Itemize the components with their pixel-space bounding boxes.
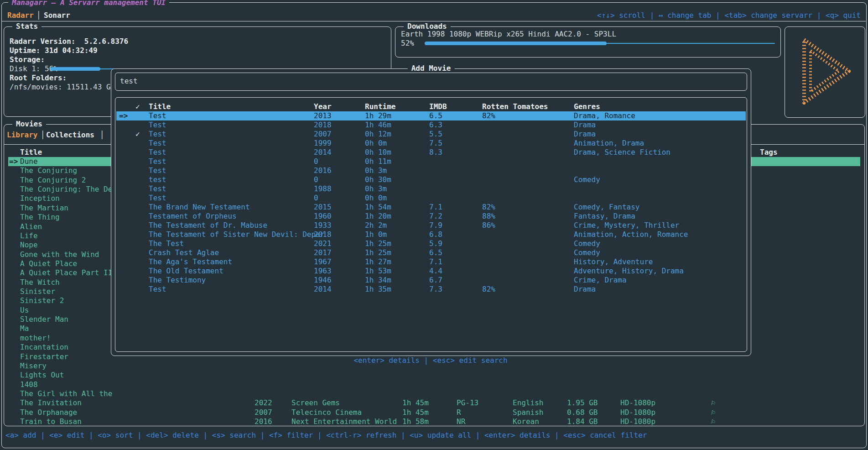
result-title: The Test	[149, 239, 184, 248]
search-result-row[interactable]: The Testimony 1946 1h 34m 6.7 Crime, Dra…	[116, 276, 746, 285]
search-result-row[interactable]: Testament of Orpheus 1960 1h 20m 7.2 88%…	[116, 212, 746, 221]
result-title: test	[149, 175, 166, 184]
tab-sonarr[interactable]: Sonarr	[44, 11, 70, 20]
search-result-row[interactable]: Test 2014 1h 35m 7.3 82% Drama	[116, 285, 746, 294]
search-result-row[interactable]: Test 2018 1h 46m 6.3 Drama	[116, 120, 746, 130]
search-result-row[interactable]: Test 1999 0h 0m 7.5 Animation, Drama	[116, 139, 746, 148]
top-help-text: <↑↓> scroll | ↔ change tab | <tab> chang…	[597, 11, 861, 20]
search-result-row[interactable]: The Brand New Testament 2015 1h 54m 7.1 …	[116, 203, 746, 212]
result-year: 2018	[314, 230, 332, 239]
result-title: Test	[149, 166, 166, 175]
result-runtime: 1h 53m	[365, 267, 391, 276]
in-library-check-icon: ✓	[135, 130, 140, 139]
result-year: 2014	[314, 285, 332, 294]
result-genres: Drama	[574, 120, 596, 130]
result-genres: History, Adventure	[574, 257, 653, 267]
result-year: 1933	[314, 221, 332, 230]
movie-title: The Invitation	[20, 398, 82, 408]
movie-title: Sinister 2	[20, 296, 64, 305]
result-runtime: 1h 25m	[365, 239, 391, 248]
movies-tab-library[interactable]: Library	[7, 131, 37, 140]
result-runtime: 1h 54m	[365, 203, 391, 212]
logo-panel	[785, 26, 865, 118]
result-genres: Fantasy, Drama	[574, 212, 635, 221]
movie-list-row[interactable]: The Invitation 2022 Screen Gems 1h 45m P…	[8, 398, 860, 408]
movie-list-row[interactable]: The Orphanage 2007 Telecinco Cinema 1h 4…	[8, 408, 860, 417]
search-result-row[interactable]: => Test 2013 1h 29m 6.5 82% Drama, Roman…	[116, 111, 746, 120]
downloads-panel: Downloads Earth 1998 1080p WEBRip x265 H…	[395, 26, 781, 58]
search-result-row[interactable]: Test 0 0h 11m	[116, 157, 746, 166]
result-imdb: 7.3	[429, 285, 442, 294]
movie-title: Sinister	[20, 287, 55, 296]
header-imdb: IMDB	[429, 102, 447, 111]
search-result-row[interactable]: Test 1988 0h 3m	[116, 184, 746, 194]
result-rotten-tomatoes: 86%	[482, 221, 495, 230]
result-imdb: 7.2	[429, 212, 442, 221]
search-result-row[interactable]: The Testament of Sister New Devil: Depar…	[116, 230, 746, 239]
movie-size: 1.95 GB	[567, 398, 598, 408]
movie-title: Slender Man	[20, 315, 68, 324]
movie-language: Korean	[513, 417, 539, 426]
add-movie-popup: Add Movie test ✓ Title Year Runtime IMDB…	[111, 68, 751, 356]
movie-title: A Quiet Place Part II	[20, 268, 112, 277]
result-imdb: 7.1	[429, 203, 442, 212]
movie-rating: PG-13	[457, 398, 478, 408]
selected-arrow: =>	[119, 111, 128, 120]
result-imdb: 4.4	[429, 267, 442, 276]
movie-list-row[interactable]: 1408 ⚐	[8, 380, 860, 389]
tab-radarr[interactable]: Radarr	[7, 11, 34, 20]
search-result-row[interactable]: The Aga's Testament 1967 1h 27m 7.1 Hist…	[116, 257, 746, 267]
result-year: 1963	[314, 267, 332, 276]
result-year: 2013	[314, 111, 332, 120]
tab-separator: │	[36, 11, 41, 20]
movie-size: 1.84 GB	[567, 417, 598, 426]
result-rotten-tomatoes: 88%	[482, 212, 495, 221]
movie-search-input[interactable]: test	[115, 73, 747, 91]
search-result-row[interactable]: The Test 2021 1h 25m 5.9 Comedy	[116, 239, 746, 248]
result-title: Crash Test Aglae	[149, 248, 219, 257]
movie-title: Train to Busan	[20, 417, 82, 426]
search-result-row[interactable]: ✓ Test 2007 0h 12m 5.5 Drama	[116, 130, 746, 139]
result-title: Test	[149, 184, 166, 194]
movie-rating: R	[457, 408, 461, 417]
movie-title: Us	[20, 306, 29, 315]
result-year: 2015	[314, 203, 332, 212]
result-genres: Animation, Action, Romance	[574, 230, 688, 239]
search-result-row[interactable]: Crash Test Aglae 2017 1h 25m 6.5 Comedy	[116, 248, 746, 257]
movie-title: Inception	[20, 194, 60, 203]
result-year: 2017	[314, 248, 332, 257]
search-result-row[interactable]: The Testament of Dr. Mabuse 1933 2h 2m 7…	[116, 221, 746, 230]
result-rotten-tomatoes: 82%	[482, 203, 495, 212]
search-result-row[interactable]: Test 2016 0h 3m	[116, 166, 746, 175]
movie-list-row[interactable]: Train to Busan 2016 Next Entertainment W…	[8, 417, 860, 426]
search-result-row[interactable]: test 0 0h 30m Comedy	[116, 175, 746, 184]
result-title: Test	[149, 111, 166, 120]
movie-title: The Conjuring: The De	[20, 185, 112, 194]
storage-label: Storage:	[10, 55, 45, 64]
result-year: 0	[314, 157, 318, 166]
result-runtime: 0h 0m	[365, 194, 387, 203]
movie-list-row[interactable]: The Girl with All the ⚐	[8, 389, 860, 398]
movie-list-row[interactable]: Lights Out ⚐	[8, 371, 860, 380]
result-year: 2018	[314, 120, 332, 130]
movie-quality: HD-1080p	[620, 417, 655, 426]
disk-usage-fill	[50, 67, 100, 71]
result-title: Test	[149, 194, 166, 203]
search-result-row[interactable]: Test 0 0h 0m	[116, 194, 746, 203]
header-rotten-tomatoes: Rotten Tomatoes	[482, 102, 548, 111]
result-runtime: 1h 27m	[365, 257, 391, 267]
search-result-row[interactable]: Test 2014 0h 10m 8.3 Drama, Science Fict…	[116, 148, 746, 157]
topbar-divider	[2, 21, 866, 21]
result-title: Test	[149, 285, 166, 294]
movie-runtime: 1h 45m	[402, 408, 429, 417]
result-title: Test	[149, 130, 166, 139]
managarr-logo-icon	[797, 37, 855, 105]
result-title: Test	[149, 157, 166, 166]
search-result-row[interactable]: The Old Testament 1963 1h 53m 4.4 Advent…	[116, 267, 746, 276]
result-genres: Adventure, History, Drama	[574, 267, 684, 276]
result-title: The Testimony	[149, 276, 206, 285]
result-runtime: 1h 25m	[365, 248, 391, 257]
header-year: Year	[314, 102, 332, 111]
movie-title: Ma	[20, 324, 29, 333]
movies-tab-collections[interactable]: Collections	[46, 131, 94, 140]
